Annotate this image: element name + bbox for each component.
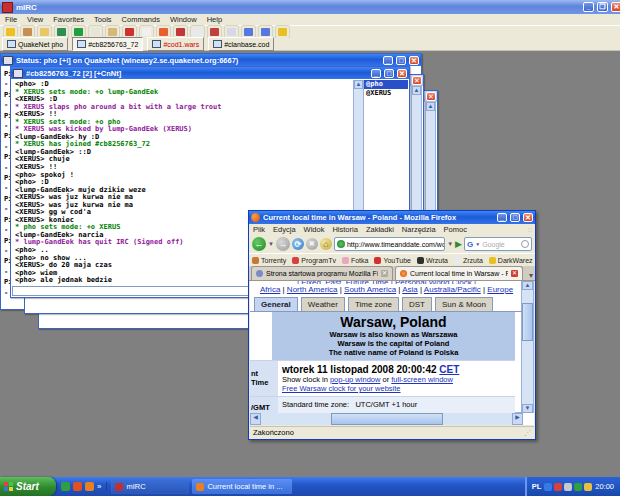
mirc-minimize-button[interactable]: _	[583, 2, 594, 12]
continent-link-asia[interactable]: Asia	[402, 285, 418, 294]
firefox-maximize-button[interactable]: □	[510, 213, 520, 222]
colors-icon	[227, 28, 236, 36]
tray-icon-blue[interactable]	[544, 483, 552, 491]
bookmark-youtube[interactable]: YouTube	[371, 257, 414, 264]
status-maximize-button[interactable]: □	[396, 56, 406, 65]
firefox-menu-zakładki[interactable]: Zakładki	[362, 224, 398, 235]
mirc-menu-window[interactable]: Window	[165, 14, 202, 25]
quick-launch-overflow-chevron[interactable]: »	[97, 482, 101, 491]
tab-close-icon[interactable]: ✕	[511, 270, 518, 277]
page-tab-dst[interactable]: DST	[402, 297, 432, 311]
quick-launch-icon-3[interactable]	[85, 482, 94, 491]
firefox-menu-pomoc[interactable]: Pomoc	[440, 224, 471, 235]
mirc-menu-favorites[interactable]: Favorites	[48, 14, 89, 25]
home-button[interactable]: ⌂	[320, 238, 332, 250]
continent-link-north-america[interactable]: North America	[287, 285, 338, 294]
firefox-minimize-button[interactable]: _	[497, 213, 507, 222]
page-tab-general[interactable]: General	[254, 297, 298, 311]
switchbar-tab--cod1-wars[interactable]: #cod1.wars	[147, 37, 204, 51]
mirc-close-button[interactable]: ✕	[611, 2, 620, 12]
firefox-menu-narzędzia[interactable]: Narzędzia	[398, 224, 440, 235]
language-indicator[interactable]: PL	[532, 482, 542, 491]
stop-button[interactable]: ✕	[306, 238, 318, 250]
quick-launch-icon-1[interactable]	[61, 482, 70, 491]
continent-link-africa[interactable]: Africa	[260, 285, 280, 294]
start-button[interactable]: Start	[0, 477, 56, 496]
popup-window-link[interactable]: pop-up window	[330, 375, 380, 384]
tray-icon-green[interactable]	[574, 483, 582, 491]
address-bar[interactable]: http://www.timeanddate.com/worl	[334, 237, 445, 251]
firefox-close-button[interactable]: ✕	[523, 213, 533, 222]
mirc-menu-tools[interactable]: Tools	[89, 14, 117, 25]
firefox-menu-plik[interactable]: Plik	[249, 224, 269, 235]
tray-icon-red[interactable]	[554, 483, 562, 491]
scroll-thumb[interactable]	[522, 303, 533, 341]
search-placeholder: Google	[482, 241, 519, 248]
page-tab-weather[interactable]: Weather	[301, 297, 345, 311]
search-icon[interactable]	[521, 240, 529, 248]
back-dropdown-icon[interactable]: ▼	[268, 241, 274, 247]
mirc-restore-button[interactable]: ❐	[597, 2, 608, 12]
page-tab-sun-moon[interactable]: Sun & Moon	[435, 297, 493, 311]
back-button[interactable]: ←	[252, 237, 266, 251]
reload-button[interactable]: ⟳	[292, 238, 304, 250]
bookmark-torrenty[interactable]: Torrenty	[249, 257, 289, 264]
bookmark-darkwarez[interactable]: DarkWarez	[486, 257, 535, 264]
firefox-menu-widok[interactable]: Widok	[300, 224, 329, 235]
page-tab-time-zone[interactable]: Time zone	[348, 297, 399, 311]
switchbar-tab--clanbase-cod[interactable]: #clanbase.cod	[208, 37, 274, 51]
scroll-up-icon[interactable]: ▲	[354, 80, 363, 89]
channel-minimize-button[interactable]: _	[371, 69, 381, 78]
resize-grip-icon[interactable]: ⋰	[524, 429, 531, 437]
search-box[interactable]: G ▼ Google	[464, 237, 532, 251]
mirc-menu-help[interactable]: Help	[202, 14, 227, 25]
cet-link[interactable]: CET	[439, 364, 459, 375]
quick-launch-icon-2[interactable]	[73, 482, 82, 491]
continent-link-australia-pacific[interactable]: Australia/Pacific	[424, 285, 481, 294]
bookmark-programtv[interactable]: ProgramTv	[289, 257, 339, 264]
status-close-button[interactable]: ✕	[409, 56, 419, 65]
background-window-a-close-button[interactable]: ✕	[412, 76, 422, 85]
fullscreen-window-link[interactable]: full-screen window	[391, 375, 453, 384]
status-minimize-button[interactable]: _	[383, 56, 393, 65]
firefox-menu-edycja[interactable]: Edycja	[269, 224, 300, 235]
firefox-menu-historia[interactable]: Historia	[328, 224, 361, 235]
mirc-menu-view[interactable]: View	[22, 14, 48, 25]
tab-close-icon[interactable]: ✕	[381, 270, 388, 277]
nicklist-item[interactable]: @pho	[364, 80, 408, 89]
bookmark-fotka[interactable]: Fotka	[339, 257, 372, 264]
away-button[interactable]	[275, 25, 290, 39]
continent-link-europe[interactable]: Europe	[487, 285, 513, 294]
scroll-down-icon[interactable]: ▼	[522, 404, 533, 413]
address-dropdown-icon[interactable]: ▼	[447, 241, 453, 247]
forward-button[interactable]: →	[276, 237, 290, 251]
browser-tab-1[interactable]: Strona startowa programu Mozilla Fire...…	[251, 266, 393, 280]
background-window-b-close-button[interactable]: ✕	[426, 92, 436, 101]
bookmark-zrzuta[interactable]: Zrzuta	[451, 257, 486, 264]
mirc-menu-commands[interactable]: Commands	[117, 14, 165, 25]
task-button-2[interactable]: Current local time in ...	[192, 479, 292, 494]
scroll-up-icon[interactable]: ▲	[522, 281, 533, 290]
mirc-menu-file[interactable]: File	[0, 14, 22, 25]
free-clock-link[interactable]: Free Warsaw clock for your website	[282, 384, 401, 393]
firefox-window[interactable]: Current local time in Warsaw - Poland - …	[248, 210, 536, 440]
scroll-left-icon[interactable]: ◀	[250, 413, 261, 425]
tray-icon-gray[interactable]	[564, 483, 572, 491]
channel-maximize-button[interactable]: □	[384, 69, 394, 78]
scroll-thumb[interactable]	[331, 413, 443, 425]
switchbar-tab-QuakeNet-pho[interactable]: QuakeNet pho	[2, 37, 68, 51]
taskbar-clock[interactable]: 20:00	[595, 482, 614, 491]
channel-close-button[interactable]: ✕	[397, 69, 407, 78]
nicklist-item[interactable]: @XERUS	[364, 89, 408, 98]
browser-tab-2[interactable]: Current local time in Warsaw - Po...✕	[395, 266, 523, 280]
go-button[interactable]: ▶	[455, 239, 462, 249]
switchbar-tab--cb8256763-72[interactable]: #cb8256763_72	[72, 37, 143, 51]
bookmark-wrzuta[interactable]: Wrzuta	[414, 257, 451, 264]
search-engine-dropdown-icon[interactable]: ▼	[475, 241, 480, 247]
scroll-right-icon[interactable]: ▶	[512, 413, 523, 425]
page-horizontal-scrollbar[interactable]: ◀ ▶	[250, 412, 523, 425]
tab-list-dropdown-icon[interactable]: ▾	[529, 271, 533, 280]
task-button-1[interactable]: mIRC	[111, 479, 189, 494]
continent-link-south-america[interactable]: South America	[344, 285, 396, 294]
tray-icon-yellow[interactable]	[584, 483, 592, 491]
